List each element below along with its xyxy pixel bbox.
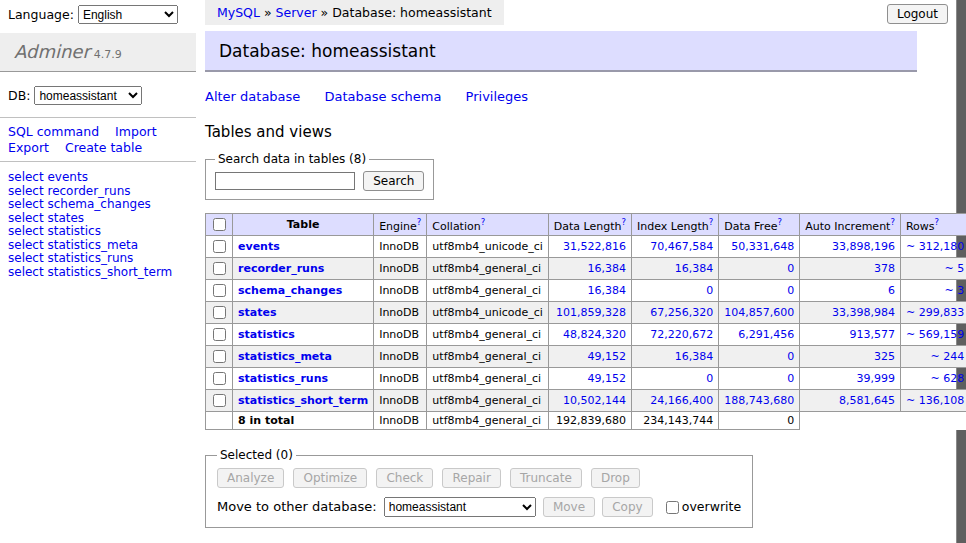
index-length-value[interactable]: 0	[706, 284, 713, 297]
table-link-events[interactable]: events	[238, 240, 280, 253]
row-checkbox[interactable]	[213, 394, 226, 407]
row-checkbox[interactable]	[213, 262, 226, 275]
index-length-help-link[interactable]: ?	[709, 217, 714, 227]
data-length-value[interactable]: 48,824,320	[563, 328, 626, 341]
alter-database-link[interactable]: Alter database	[205, 89, 300, 104]
search-button[interactable]: Search	[363, 171, 424, 191]
data-length-value[interactable]: 101,859,328	[556, 306, 626, 319]
data-length-help-link[interactable]: ?	[622, 217, 627, 227]
rows-count-value[interactable]: ~ 299,833	[906, 306, 964, 319]
table-link-recorder-runs[interactable]: recorder_runs	[238, 262, 324, 275]
data-free-value[interactable]: 0	[787, 262, 794, 275]
collation-help-link[interactable]: ?	[481, 217, 486, 227]
sidebar-item-select-schema-changes[interactable]: select schema_changes	[8, 198, 188, 212]
auto-increment-value[interactable]: 33,398,984	[832, 306, 895, 319]
check-button[interactable]: Check	[376, 468, 433, 488]
data-length-value[interactable]: 10,502,144	[563, 394, 626, 407]
index-length-value[interactable]: 72,220,672	[650, 328, 713, 341]
language-select[interactable]: English	[78, 5, 178, 24]
sql-command-link[interactable]: SQL command	[8, 124, 99, 139]
database-schema-link[interactable]: Database schema	[325, 89, 442, 104]
logout-button[interactable]: Logout	[887, 4, 948, 24]
sidebar-item-select-states[interactable]: select states	[8, 212, 188, 226]
export-link[interactable]: Export	[8, 140, 49, 155]
data-free-value[interactable]: 6,291,456	[738, 328, 794, 341]
optimize-button[interactable]: Optimize	[293, 468, 367, 488]
db-select[interactable]: homeassistant	[34, 86, 142, 105]
auto-increment-value[interactable]: 33,898,196	[832, 240, 895, 253]
index-length-value[interactable]: 70,467,584	[650, 240, 713, 253]
index-length-value[interactable]: 0	[706, 372, 713, 385]
create-table-link-sidebar[interactable]: Create table	[65, 140, 142, 155]
index-length-value[interactable]: 16,384	[675, 262, 714, 275]
rows-count-value[interactable]: ~ 628	[930, 372, 964, 385]
index-length-value[interactable]: 67,256,320	[650, 306, 713, 319]
table-link-statistics-short-term[interactable]: statistics_short_term	[238, 394, 368, 407]
data-free-value[interactable]: 104,857,600	[724, 306, 794, 319]
data-length-value[interactable]: 16,384	[588, 284, 627, 297]
move-button[interactable]: Move	[543, 497, 595, 517]
auto-increment-value[interactable]: 913,577	[849, 328, 895, 341]
rows-count-value[interactable]: ~ 3	[944, 284, 964, 297]
rows-count-value[interactable]: ~ 569,159	[906, 328, 964, 341]
data-length-value[interactable]: 31,522,816	[563, 240, 626, 253]
table-link-schema-changes[interactable]: schema_changes	[238, 284, 342, 297]
row-checkbox[interactable]	[213, 372, 226, 385]
rows-count-value[interactable]: ~ 312,180	[906, 240, 964, 253]
auto-increment-value[interactable]: 8,581,645	[839, 394, 895, 407]
auto-increment-value[interactable]: 378	[874, 262, 895, 275]
copy-button[interactable]: Copy	[602, 497, 652, 517]
data-free-value[interactable]: 50,331,648	[731, 240, 794, 253]
privileges-link[interactable]: Privileges	[466, 89, 529, 104]
truncate-button[interactable]: Truncate	[510, 468, 582, 488]
table-link-statistics[interactable]: statistics	[238, 328, 295, 341]
index-length-value[interactable]: 16,384	[675, 350, 714, 363]
data-length-value[interactable]: 16,384	[588, 262, 627, 275]
data-free-help-link[interactable]: ?	[777, 217, 782, 227]
sidebar-item-select-recorder-runs[interactable]: select recorder_runs	[8, 185, 188, 199]
index-length-value[interactable]: 24,166,400	[650, 394, 713, 407]
engine-cell: InnoDB	[374, 390, 427, 412]
breadcrumb-server-link[interactable]: Server	[276, 5, 317, 20]
row-checkbox[interactable]	[213, 240, 226, 253]
rows-count-value[interactable]: ~ 136,108	[906, 394, 964, 407]
row-checkbox[interactable]	[213, 284, 226, 297]
data-length-value[interactable]: 49,152	[588, 372, 627, 385]
data-free-value[interactable]: 188,743,680	[724, 394, 794, 407]
auto-increment-value[interactable]: 39,999	[856, 372, 895, 385]
row-checkbox[interactable]	[213, 328, 226, 341]
breadcrumb-mysql-link[interactable]: MySQL	[217, 5, 260, 20]
data-free-value[interactable]: 0	[787, 372, 794, 385]
auto-increment-value[interactable]: 6	[888, 284, 895, 297]
row-checkbox[interactable]	[213, 350, 226, 363]
import-link[interactable]: Import	[115, 124, 157, 139]
overwrite-checkbox[interactable]	[666, 501, 679, 514]
engine-help-link[interactable]: ?	[417, 217, 422, 227]
table-link-states[interactable]: states	[238, 306, 277, 319]
select-all-checkbox[interactable]	[213, 218, 226, 231]
move-database-select[interactable]: homeassistant	[384, 497, 536, 517]
analyze-button[interactable]: Analyze	[217, 468, 284, 488]
rows-count-value[interactable]: ~ 5	[944, 262, 964, 275]
rows-help-link[interactable]: ?	[935, 217, 940, 227]
data-length-value[interactable]: 49,152	[588, 350, 627, 363]
total-data-free: 0	[719, 412, 800, 430]
table-link-statistics-runs[interactable]: statistics_runs	[238, 372, 328, 385]
overwrite-label[interactable]: overwrite	[682, 499, 741, 514]
data-free-value[interactable]: 0	[787, 284, 794, 297]
sidebar-item-select-statistics-short-term[interactable]: select statistics_short_term	[8, 266, 188, 280]
sidebar-item-select-statistics-runs[interactable]: select statistics_runs	[8, 252, 188, 266]
sidebar-tables-list: select events select recorder_runs selec…	[0, 162, 196, 288]
search-input[interactable]	[215, 172, 355, 190]
auto-increment-help-link[interactable]: ?	[890, 217, 895, 227]
table-link-statistics-meta[interactable]: statistics_meta	[238, 350, 332, 363]
row-checkbox[interactable]	[213, 306, 226, 319]
repair-button[interactable]: Repair	[442, 468, 500, 488]
auto-increment-value[interactable]: 325	[874, 350, 895, 363]
sidebar-item-select-statistics[interactable]: select statistics	[8, 225, 188, 239]
sidebar-item-select-events[interactable]: select events	[8, 171, 188, 185]
rows-count-value[interactable]: ~ 244	[930, 350, 964, 363]
drop-button[interactable]: Drop	[591, 468, 640, 488]
sidebar-item-select-statistics-meta[interactable]: select statistics_meta	[8, 239, 188, 253]
data-free-value[interactable]: 0	[787, 350, 794, 363]
